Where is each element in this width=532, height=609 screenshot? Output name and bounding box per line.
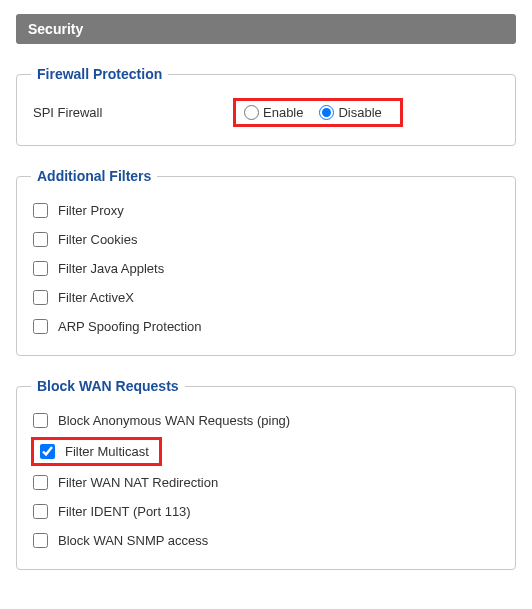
block-wan-item-label: Filter Multicast <box>65 444 153 459</box>
additional-filter-row: Filter Cookies <box>31 225 501 254</box>
block-wan-item-checkbox[interactable] <box>33 475 48 490</box>
spi-firewall-highlight: Enable Disable <box>233 98 403 127</box>
spi-firewall-disable-label: Disable <box>338 105 381 120</box>
block-wan-item-label: Block WAN SNMP access <box>58 533 208 548</box>
additional-filter-label: Filter Proxy <box>58 203 124 218</box>
block-wan-item-label: Filter WAN NAT Redirection <box>58 475 218 490</box>
page-title: Security <box>16 14 516 44</box>
block-wan-group: Block WAN Requests Block Anonymous WAN R… <box>16 378 516 570</box>
spi-firewall-enable-option[interactable]: Enable <box>244 105 303 120</box>
additional-filter-checkbox[interactable] <box>33 290 48 305</box>
additional-filters-list: Filter ProxyFilter CookiesFilter Java Ap… <box>31 196 501 341</box>
spi-firewall-enable-radio[interactable] <box>244 105 259 120</box>
additional-filters-legend: Additional Filters <box>31 168 157 184</box>
additional-filter-label: ARP Spoofing Protection <box>58 319 202 334</box>
additional-filter-checkbox[interactable] <box>33 232 48 247</box>
block-wan-item-label: Block Anonymous WAN Requests (ping) <box>58 413 290 428</box>
block-wan-item-row: Filter WAN NAT Redirection <box>31 468 501 497</box>
spi-firewall-enable-label: Enable <box>263 105 303 120</box>
spi-firewall-disable-radio[interactable] <box>319 105 334 120</box>
block-wan-item-row: Block WAN SNMP access <box>31 526 501 555</box>
additional-filter-checkbox[interactable] <box>33 203 48 218</box>
spi-firewall-label: SPI Firewall <box>31 105 233 120</box>
additional-filter-label: Filter Java Applets <box>58 261 164 276</box>
block-wan-item-label: Filter IDENT (Port 113) <box>58 504 191 519</box>
block-wan-item-row: Block Anonymous WAN Requests (ping) <box>31 406 501 435</box>
block-wan-item-row: Filter Multicast <box>31 437 162 466</box>
spi-firewall-disable-option[interactable]: Disable <box>319 105 381 120</box>
block-wan-item-checkbox[interactable] <box>33 413 48 428</box>
spi-firewall-row: SPI Firewall Enable Disable <box>31 94 501 131</box>
additional-filter-label: Filter ActiveX <box>58 290 134 305</box>
block-wan-legend: Block WAN Requests <box>31 378 185 394</box>
additional-filter-row: Filter Java Applets <box>31 254 501 283</box>
block-wan-item-checkbox[interactable] <box>40 444 55 459</box>
additional-filter-row: Filter Proxy <box>31 196 501 225</box>
additional-filter-label: Filter Cookies <box>58 232 137 247</box>
additional-filter-row: Filter ActiveX <box>31 283 501 312</box>
additional-filters-group: Additional Filters Filter ProxyFilter Co… <box>16 168 516 356</box>
block-wan-item-row: Filter IDENT (Port 113) <box>31 497 501 526</box>
firewall-protection-group: Firewall Protection SPI Firewall Enable … <box>16 66 516 146</box>
block-wan-item-checkbox[interactable] <box>33 533 48 548</box>
block-wan-list: Block Anonymous WAN Requests (ping)Filte… <box>31 406 501 555</box>
additional-filter-checkbox[interactable] <box>33 261 48 276</box>
block-wan-item-checkbox[interactable] <box>33 504 48 519</box>
additional-filter-checkbox[interactable] <box>33 319 48 334</box>
additional-filter-row: ARP Spoofing Protection <box>31 312 501 341</box>
firewall-protection-legend: Firewall Protection <box>31 66 168 82</box>
